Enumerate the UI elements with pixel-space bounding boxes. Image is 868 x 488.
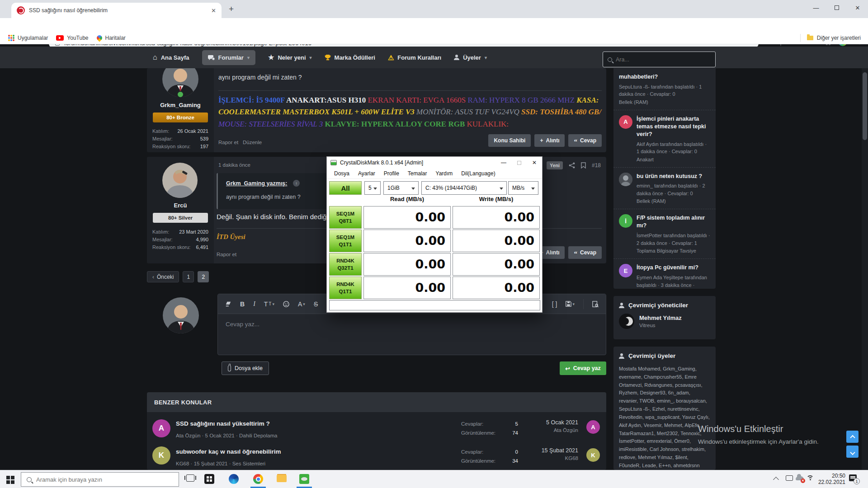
cdm-rnd4k-q1t1-button[interactable]: RND4KQ1T1 (329, 277, 362, 299)
microsoft-store-icon[interactable] (204, 474, 214, 484)
crystaldiskmark-window[interactable]: CrystalDiskMark 8.0.1 x64 [Admin] — ✕ Do… (326, 156, 542, 313)
sidebar-topic[interactable]: İ F/P sistem topladım alınır mı? İsmetPo… (613, 209, 716, 258)
sidebar-topic-title[interactable]: F/P sistem topladım alınır mı? (637, 214, 710, 230)
cdm-seq1m-q8t1-button[interactable]: SEQ1MQ8T1 (329, 206, 362, 229)
cdm-menu-language[interactable]: Dil(Language) (458, 169, 499, 178)
sidebar-topic-category[interactable]: Bellek (RAM) (619, 99, 710, 105)
quote-author-link[interactable]: Grkm_Gaming yazmış: (226, 180, 287, 187)
window-maximize-icon[interactable] (826, 0, 847, 15)
post-2-report-link[interactable]: Rapor et (217, 252, 236, 257)
window-close-icon[interactable]: ✕ (847, 0, 868, 15)
file-explorer-icon[interactable] (277, 475, 287, 482)
cdm-menu-settings[interactable]: Ayarlar (354, 169, 379, 178)
sidebar-topic-category[interactable]: Anakart (637, 157, 710, 162)
avatar[interactable]: A (152, 419, 170, 437)
new-tab-button[interactable]: + (229, 4, 234, 14)
sidebar-topic[interactable]: E İtopya Pc güvenilir mi? Eymen Ada Yeşi… (613, 258, 716, 289)
scroll-to-bottom-button[interactable] (846, 446, 859, 458)
attach-file-button[interactable]: Dosya ekle (222, 361, 269, 375)
nav-home[interactable]: ⌂ Ana Sayfa (153, 54, 189, 61)
cdm-menu-profile[interactable]: Profile (380, 169, 403, 178)
editor-placeholder[interactable]: Cevap yaz... (218, 314, 606, 334)
similar-topic-last-user[interactable]: KG68 (542, 455, 578, 461)
font-color-icon[interactable]: A▾ (298, 300, 305, 308)
cdm-menu-themes[interactable]: Temalar (404, 169, 431, 178)
submit-reply-button[interactable]: ↩ Cevap yaz (560, 361, 606, 375)
cdm-menu-help[interactable]: Yardım (432, 169, 457, 178)
cdm-menu-file[interactable]: Dosya (330, 169, 353, 178)
avatar[interactable]: K (152, 446, 170, 465)
quote-jump-icon[interactable]: ↑ (293, 180, 300, 187)
topic-owner-button[interactable]: Konu Sahibi (488, 134, 531, 147)
cdm-comment-field[interactable] (329, 300, 540, 310)
similar-topic-last-user[interactable]: Ata Özgün (546, 427, 578, 433)
avatar[interactable]: A (619, 115, 632, 129)
staff-row[interactable]: Mehmet Yılmaz Vitreus (613, 313, 716, 330)
avatar[interactable] (162, 163, 198, 198)
taskbar-search-box[interactable] (21, 472, 179, 487)
cdm-test-count-select[interactable]: 5 (364, 181, 381, 195)
cdm-seq1m-q1t1-button[interactable]: SEQ1MQ1T1 (329, 230, 362, 252)
sidebar-topic-category[interactable]: Toplama Bilgisayar Tavsiye (637, 248, 710, 253)
similar-topic-title[interactable]: SSD sağlığını nasıl yükseltirim ? (176, 420, 270, 427)
forum-search-box[interactable] (603, 52, 716, 67)
share-icon[interactable] (569, 162, 575, 169)
pagination-page-1[interactable]: 1 (183, 271, 194, 282)
cdm-drive-select[interactable]: C: 43% (194/447GiB) (421, 181, 507, 195)
quote-button[interactable]: +Alıntı (534, 134, 565, 147)
sidebar-topic-title[interactable]: İşlemci pinleri anakarta temas etmezse n… (637, 115, 710, 138)
avatar[interactable] (619, 314, 634, 329)
reply-button[interactable]: “Cevap (568, 246, 602, 259)
browser-tab[interactable]: SSD sağlığını nasıl öğrenebilirim ✕ (11, 3, 222, 18)
task-view-button[interactable] (186, 474, 194, 482)
italic-icon[interactable]: I (253, 300, 255, 308)
avatar[interactable]: İ (619, 214, 632, 228)
post-1-report-link[interactable]: Rapor et (218, 140, 238, 145)
sidebar-topic[interactable]: bu ürün neten kutusuz ? eminn_ tarafında… (613, 167, 716, 209)
post-2-timestamp[interactable]: 1 dakika önce (218, 162, 250, 168)
cdm-close-icon[interactable]: ✕ (527, 157, 542, 169)
bookmark-icon[interactable] (581, 162, 586, 169)
page-scrollbar-thumb[interactable] (863, 72, 867, 140)
taskbar-search-input[interactable] (36, 476, 163, 483)
scroll-to-top-button[interactable] (846, 431, 859, 443)
bookmark-apps[interactable]: Uygulamalar (8, 35, 48, 41)
similar-topic-title[interactable]: subwoofer kaç w nasıl öğrenebilirim (176, 448, 281, 455)
cdm-title-bar[interactable]: CrystalDiskMark 8.0.1 x64 [Admin] — ✕ (327, 157, 542, 169)
avatar[interactable]: A (586, 420, 600, 434)
sidebar-topic[interactable]: muhabbetleri? SepuLtura -ß- tarafından b… (613, 68, 716, 110)
tab-close-icon[interactable]: ✕ (211, 7, 216, 14)
save-draft-icon[interactable]: ▾ (566, 301, 575, 307)
sidebar-topic[interactable]: A İşlemci pinleri anakarta temas etmezse… (613, 110, 716, 167)
post-1-username[interactable]: Grkm_Gaming (147, 102, 214, 108)
preview-icon[interactable] (592, 301, 599, 307)
font-size-icon[interactable]: TT▾ (264, 300, 274, 308)
reply-button[interactable]: “Cevap (568, 134, 602, 147)
pagination-page-2-current[interactable]: 2 (198, 271, 209, 282)
cdm-test-size-select[interactable]: 1GiB (383, 181, 419, 195)
pagination-prev[interactable]: ‹Önceki (147, 271, 179, 282)
avatar[interactable] (619, 173, 632, 186)
bookmark-youtube[interactable]: YouTube (56, 35, 88, 41)
cdm-rnd4k-q32t1-button[interactable]: RND4KQ32T1 (329, 253, 362, 276)
sidebar-topic-title[interactable]: bu ürün neten kutusuz ? (637, 173, 710, 180)
current-user-avatar[interactable] (163, 297, 199, 333)
other-bookmarks[interactable]: Diğer yer işaretleri (800, 34, 861, 42)
sidebar-topic-title[interactable]: muhabbetleri? (619, 73, 710, 81)
tray-display-icon[interactable] (786, 475, 793, 481)
chrome-icon[interactable] (253, 474, 263, 484)
nav-forums[interactable]: Forumlar ▾ (202, 50, 255, 65)
post-1-edit-link[interactable]: Düzenle (243, 140, 262, 145)
avatar[interactable]: E (619, 264, 632, 277)
nav-members[interactable]: Üyeler ▾ (454, 54, 487, 61)
search-input[interactable] (616, 56, 697, 63)
cdm-all-button[interactable]: All (329, 181, 362, 195)
cdm-unit-select[interactable]: MB/s (508, 181, 538, 195)
post-number[interactable]: #18 (592, 162, 601, 169)
cdm-maximize-icon[interactable] (511, 157, 527, 169)
sidebar-topic-title[interactable]: İtopya Pc güvenilir mi? (637, 264, 710, 272)
start-button[interactable] (6, 476, 14, 484)
nav-whats-new[interactable]: ★ Neler yeni ▾ (268, 53, 312, 61)
sidebar-topic-category[interactable]: Bellek (RAM) (637, 198, 710, 204)
emoji-palette-icon[interactable] (283, 301, 289, 307)
